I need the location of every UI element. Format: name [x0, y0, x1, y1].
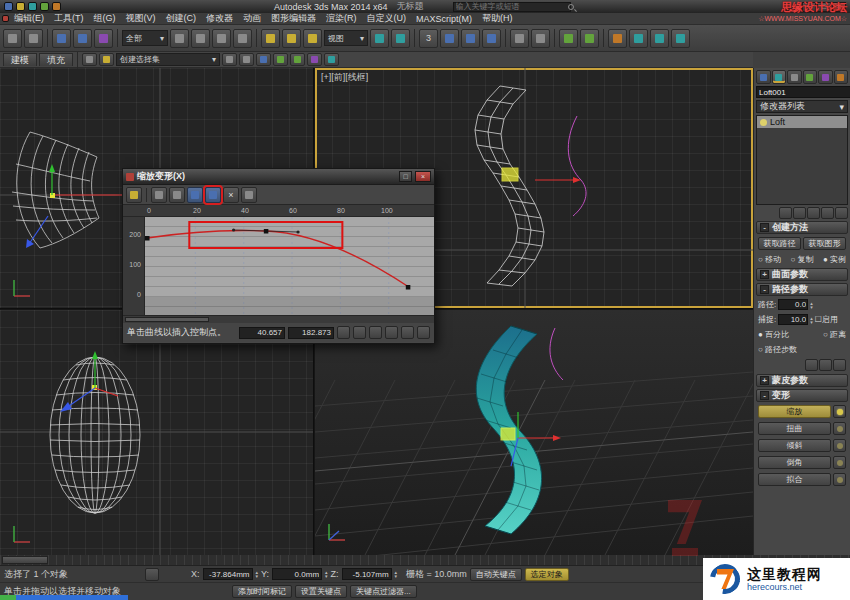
- scale-deformation-dialog[interactable]: 缩放变形(X) □ × × 0 20 40 60 80 100 200 100: [122, 168, 435, 344]
- material-editor-icon[interactable]: [608, 29, 627, 48]
- move-control-point-icon[interactable]: [151, 187, 167, 203]
- add-time-tag-button[interactable]: 添加时间标记: [232, 585, 292, 598]
- selected-object-dropdown[interactable]: 选定对象: [525, 568, 569, 581]
- menu-rendering[interactable]: 渲染(R): [321, 12, 362, 25]
- rollout-deformations[interactable]: - 变形: [756, 389, 848, 402]
- twist-active-lamp-icon[interactable]: [833, 422, 846, 435]
- selection-filter-dropdown[interactable]: 全部▾: [122, 30, 168, 46]
- menu-modifiers[interactable]: 修改器: [201, 12, 238, 25]
- scale-control-point-icon[interactable]: [169, 187, 185, 203]
- window-crossing-icon[interactable]: [233, 29, 252, 48]
- path-value-field[interactable]: [778, 299, 808, 310]
- curve-x-field[interactable]: [239, 327, 285, 339]
- radio-distance[interactable]: ○ 距离: [823, 329, 846, 340]
- path-spline[interactable]: [568, 116, 586, 216]
- y-coord-field[interactable]: [272, 568, 322, 580]
- radio-path-steps[interactable]: ○ 路径步数: [758, 344, 797, 355]
- unlink-icon[interactable]: [73, 29, 92, 48]
- scale-active-lamp-icon[interactable]: [833, 405, 846, 418]
- enable-checkbox[interactable]: ☐启用: [815, 314, 838, 325]
- path-spline[interactable]: [550, 328, 563, 380]
- menu-create[interactable]: 创建(C): [161, 12, 202, 25]
- rect-region-icon[interactable]: [212, 29, 231, 48]
- bevel-active-lamp-icon[interactable]: [833, 456, 846, 469]
- selected-shape-highlight[interactable]: [502, 168, 518, 181]
- pin-stack-icon[interactable]: [779, 207, 792, 219]
- align-camera-icon[interactable]: [256, 53, 271, 66]
- rollout-path-params[interactable]: - 路径参数: [756, 283, 848, 296]
- z-coord-field[interactable]: [342, 568, 392, 580]
- snapshot-icon[interactable]: [239, 53, 254, 66]
- spinner-snap-icon[interactable]: [482, 29, 501, 48]
- titlebar[interactable]: Autodesk 3ds Max 2014 x64 无标题 ─ □ ×: [0, 0, 850, 13]
- move-gizmo[interactable]: [535, 177, 581, 183]
- insert-bezier-point-icon[interactable]: [205, 187, 221, 203]
- menu-maxscript[interactable]: MAXScript(M): [411, 14, 477, 24]
- rollout-creation-method[interactable]: - 创建方法: [756, 221, 848, 234]
- selection-lock-icon[interactable]: [145, 568, 159, 581]
- rollout-skin-params[interactable]: + 蒙皮参数: [756, 374, 848, 387]
- radio-copy[interactable]: ○ 复制: [790, 254, 813, 265]
- tangent-handle[interactable]: [232, 228, 235, 231]
- next-shape-icon[interactable]: [833, 359, 846, 371]
- remove-modifier-icon[interactable]: [821, 207, 834, 219]
- configure-modifier-icon[interactable]: [835, 207, 848, 219]
- rotate-icon[interactable]: [282, 29, 301, 48]
- zoom-horiz-icon[interactable]: [369, 326, 382, 339]
- zoom-region-icon[interactable]: [417, 326, 430, 339]
- radio-move[interactable]: ○ 移动: [758, 254, 781, 265]
- tab-modify[interactable]: [772, 70, 787, 84]
- scene-explorer-icon[interactable]: [82, 53, 97, 66]
- array-icon[interactable]: [222, 53, 237, 66]
- spinner[interactable]: ▴▾: [395, 570, 398, 578]
- curve-editor-icon[interactable]: [559, 29, 578, 48]
- show-end-result-icon[interactable]: [793, 207, 806, 219]
- menu-tools[interactable]: 工具(T): [49, 12, 89, 25]
- menu-customize[interactable]: 自定义(U): [362, 12, 412, 25]
- rollout-surface-params[interactable]: + 曲面参数: [756, 268, 848, 281]
- use-pivot-icon[interactable]: [370, 29, 389, 48]
- teeter-active-lamp-icon[interactable]: [833, 439, 846, 452]
- ribbon-tab-modeling[interactable]: 建模: [3, 53, 37, 66]
- snap-value-field[interactable]: [778, 314, 808, 325]
- delete-control-point-icon[interactable]: ×: [223, 187, 239, 203]
- menu-graph-editors[interactable]: 图形编辑器: [266, 12, 321, 25]
- viewport-label[interactable]: [+][前][线框]: [321, 71, 368, 84]
- angle-snap-icon[interactable]: [440, 29, 459, 48]
- menu-group[interactable]: 组(G): [89, 12, 121, 25]
- menu-help[interactable]: 帮助(H): [477, 12, 518, 25]
- fit-active-lamp-icon[interactable]: [833, 473, 846, 486]
- taskbar-sliver[interactable]: [0, 595, 128, 600]
- select-object-icon[interactable]: [170, 29, 189, 48]
- spinner[interactable]: ▴▾: [256, 570, 259, 578]
- ribbon-tab-populate[interactable]: 填充: [39, 53, 73, 66]
- dialog-maximize-button[interactable]: □: [399, 171, 412, 182]
- x-coord-field[interactable]: [203, 568, 253, 580]
- zoom-extents-icon[interactable]: [353, 326, 366, 339]
- ref-coord-dropdown[interactable]: 视图▾: [324, 30, 368, 46]
- undo-scene-icon[interactable]: [3, 29, 22, 48]
- select-link-icon[interactable]: [52, 29, 71, 48]
- scale-icon[interactable]: [303, 29, 322, 48]
- rendered-frame-icon[interactable]: [650, 29, 669, 48]
- mirror-icon[interactable]: [510, 29, 529, 48]
- close-button[interactable]: ×: [832, 2, 846, 12]
- redo-scene-icon[interactable]: [24, 29, 43, 48]
- tab-display[interactable]: [818, 70, 833, 84]
- pan-curve-icon[interactable]: [337, 326, 350, 339]
- snap-toggle-icon[interactable]: 3: [419, 29, 438, 48]
- track-view-icon[interactable]: [273, 53, 288, 66]
- percent-snap-icon[interactable]: [461, 29, 480, 48]
- new-file-icon[interactable]: [4, 2, 13, 11]
- make-unique-icon[interactable]: [807, 207, 820, 219]
- menu-views[interactable]: 视图(V): [121, 12, 161, 25]
- undo-icon[interactable]: [40, 2, 49, 11]
- menu-animation[interactable]: 动画: [238, 12, 266, 25]
- curve-h-scrollbar[interactable]: [123, 315, 434, 323]
- tab-utilities[interactable]: [834, 70, 849, 84]
- scale-curve[interactable]: [147, 230, 409, 287]
- stack-item-loft[interactable]: Loft: [757, 116, 847, 128]
- graph-editor-icon[interactable]: [290, 53, 305, 66]
- move-icon[interactable]: [261, 29, 280, 48]
- selected-shape-highlight[interactable]: [501, 428, 515, 440]
